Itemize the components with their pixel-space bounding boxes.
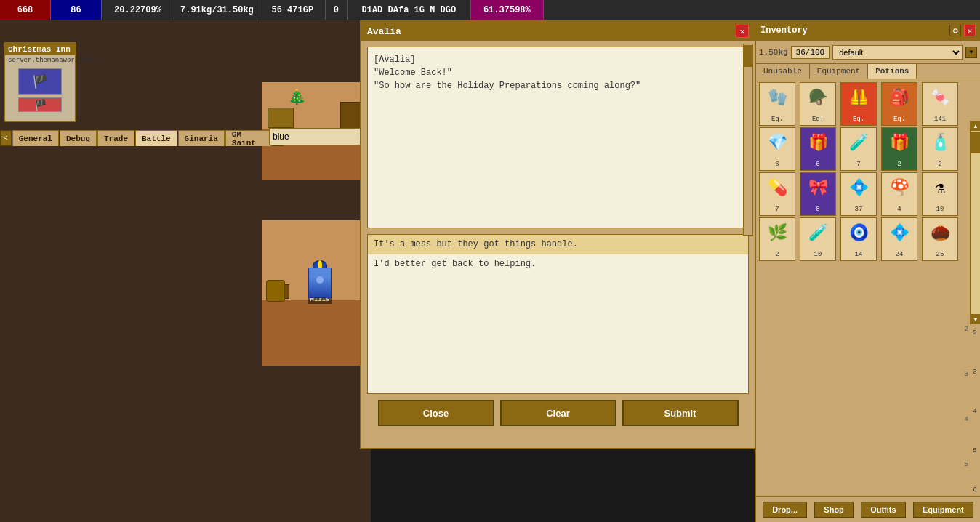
dialog-npc-scrollbar[interactable] xyxy=(743,47,749,228)
inv-item-15[interactable]: 🌿 2 xyxy=(759,217,795,261)
item-label-17: 14 xyxy=(855,251,863,259)
inn-flag2: 🏴 xyxy=(18,97,62,112)
dialog-option-1[interactable]: I'd better get back to helping. xyxy=(368,254,748,274)
outfits-button[interactable]: Outfits xyxy=(861,502,905,518)
hp-display: 668 xyxy=(0,0,51,20)
inn-title: Christmas Inn xyxy=(5,44,75,55)
inv-item-5[interactable]: 💎 6 xyxy=(759,127,795,171)
inv-item-19[interactable]: 🌰 25 xyxy=(922,217,958,261)
right-num-2: 3 xyxy=(973,369,976,376)
inv-item-12[interactable]: 💠 37 xyxy=(840,172,877,216)
inv-item-11[interactable]: 🎀 8 xyxy=(800,172,836,216)
tab-debug[interactable]: Debug xyxy=(60,130,97,146)
dialog-option-0[interactable]: It's a mess but they got things handle. xyxy=(368,235,748,254)
inventory-profile-arrow[interactable]: ▼ xyxy=(965,47,977,58)
chat-input-area[interactable]: ▼ xyxy=(269,128,360,145)
item-label-6: 6 xyxy=(816,161,819,169)
inn-flag: 🏴 xyxy=(18,68,62,95)
item-label-16: 10 xyxy=(814,251,822,259)
inv-item-3[interactable]: 🎒 Eq. xyxy=(881,82,917,126)
tab-ginaria[interactable]: Ginaria xyxy=(178,130,225,146)
scroll-num-5: 5 xyxy=(965,461,968,468)
item-label-8: 2 xyxy=(897,161,901,169)
item-icon-9: 🧴 xyxy=(928,131,952,154)
dialog-buttons: Close Clear Submit xyxy=(367,400,749,426)
inventory-title: Inventory xyxy=(760,25,808,36)
info-display: D1AD DAfa 1G N DGO xyxy=(348,0,471,20)
dialog-npc-text: [Avalia] "Welcome Back!" "So how are the… xyxy=(367,47,749,228)
inventory-title-bar: Inventory ⚙ ✕ xyxy=(756,20,980,41)
tab-battle[interactable]: Battle xyxy=(135,130,177,146)
item-label-5: 6 xyxy=(775,161,779,169)
item-icon-13: 🍄 xyxy=(888,176,911,199)
right-num-1: 2 xyxy=(973,329,976,337)
item-icon-10: 💊 xyxy=(766,176,789,199)
inv-item-7[interactable]: 🧪 7 xyxy=(840,127,877,171)
dialog-option-0-text: It's a mess but they got things handle. xyxy=(374,238,742,252)
chat-input[interactable] xyxy=(269,128,371,145)
shop-button[interactable]: Shop xyxy=(814,502,854,518)
scroll-up-btn[interactable]: ▲ xyxy=(971,121,980,131)
item-icon-18: 💠 xyxy=(888,221,911,244)
tab-nav-left[interactable]: < xyxy=(0,130,12,146)
item-icon-1: 🪖 xyxy=(806,86,830,109)
dialog-close-icon[interactable]: ✕ xyxy=(736,25,749,38)
equipment-button[interactable]: Equipment xyxy=(913,502,973,518)
inv-item-8[interactable]: 🎁 2 xyxy=(881,127,917,171)
item-label-18: 24 xyxy=(896,251,904,259)
inventory-header: 1.50kg 36/100 default ▼ xyxy=(756,41,980,64)
item-label-12: 37 xyxy=(855,206,863,214)
npc-name-tag: [Avalia] xyxy=(374,55,416,65)
inventory-settings-icon[interactable]: ⚙ xyxy=(949,25,961,36)
dialog-options-area[interactable]: It's a mess but they got things handle. … xyxy=(367,234,749,394)
item-icon-19: 🌰 xyxy=(928,221,952,244)
inv-item-17[interactable]: 🧿 14 xyxy=(840,217,877,261)
inv-item-9[interactable]: 🧴 2 xyxy=(922,127,958,171)
tab-unusable[interactable]: Unusable xyxy=(756,64,810,79)
tab-potions[interactable]: Potions xyxy=(868,64,917,79)
inv-item-6[interactable]: 🎁 6 xyxy=(800,127,836,171)
game-world: Christmas Inn server.themanaworld.org 🏴 … xyxy=(0,20,371,522)
inv-item-10[interactable]: 💊 7 xyxy=(759,172,795,216)
inv-item-16[interactable]: 🧪 10 xyxy=(800,217,836,261)
item-label-4: 141 xyxy=(934,116,946,124)
dialog-scroll-thumb xyxy=(744,47,749,67)
inv-item-13[interactable]: 🍄 4 xyxy=(881,172,917,216)
perc-display: 61.37598% xyxy=(471,0,544,20)
tab-trade[interactable]: Trade xyxy=(97,130,134,146)
inv-item-14[interactable]: ⚗️ 10 xyxy=(922,172,958,216)
inv-item-4[interactable]: 🍬 141 xyxy=(922,82,958,126)
dialog-option-1-text: I'd better get back to helping. xyxy=(374,257,742,271)
gp-display: 56 471GP xyxy=(260,0,326,20)
chat-tabs[interactable]: < General Debug Trade Battle Ginaria GM … xyxy=(0,126,284,146)
scroll-track xyxy=(971,131,980,314)
scroll-num-2: 2 xyxy=(965,326,968,333)
item-label-3: Eq. xyxy=(893,116,905,124)
tab-gmsaint[interactable]: GM Saint xyxy=(225,130,271,146)
inv-item-1[interactable]: 🪖 Eq. xyxy=(800,82,836,126)
dialog-clear-button[interactable]: Clear xyxy=(500,400,616,426)
item-icon-17: 🧿 xyxy=(847,221,870,244)
inv-item-2[interactable]: 🦺 Eq. xyxy=(840,82,877,126)
dialog-title: Avalia xyxy=(367,26,401,37)
inv-item-0[interactable]: 🧤 Eq. xyxy=(759,82,795,126)
item-icon-14: ⚗️ xyxy=(928,176,952,199)
inv-item-18[interactable]: 💠 24 xyxy=(881,217,917,261)
character: Mills xyxy=(305,260,334,304)
dialog-submit-button[interactable]: Submit xyxy=(622,400,739,426)
right-num-3: 4 xyxy=(973,408,976,415)
inventory-panel: Inventory ⚙ ✕ 1.50kg 36/100 default ▼ Un… xyxy=(755,20,980,522)
inventory-slots: 36/100 xyxy=(791,46,830,59)
tab-general[interactable]: General xyxy=(12,130,59,146)
dialog-close-button[interactable]: Close xyxy=(378,400,494,426)
inventory-close-icon[interactable]: ✕ xyxy=(964,25,976,36)
dialog-window: Avalia ✕ [Avalia] "Welcome Back!" "So ho… xyxy=(360,20,756,449)
scroll-down-btn[interactable]: ▼ xyxy=(971,314,980,324)
zero-display: 0 xyxy=(326,0,348,20)
inventory-scrollbar[interactable]: ▲ ▼ xyxy=(970,121,980,324)
drop-button[interactable]: Drop... xyxy=(763,502,807,518)
tab-equipment[interactable]: Equipment xyxy=(810,64,868,79)
inn-window: Christmas Inn server.themanaworld.org 🏴 … xyxy=(4,42,76,122)
item-icon-12: 💠 xyxy=(847,176,870,199)
inventory-profile-select[interactable]: default xyxy=(832,45,963,60)
